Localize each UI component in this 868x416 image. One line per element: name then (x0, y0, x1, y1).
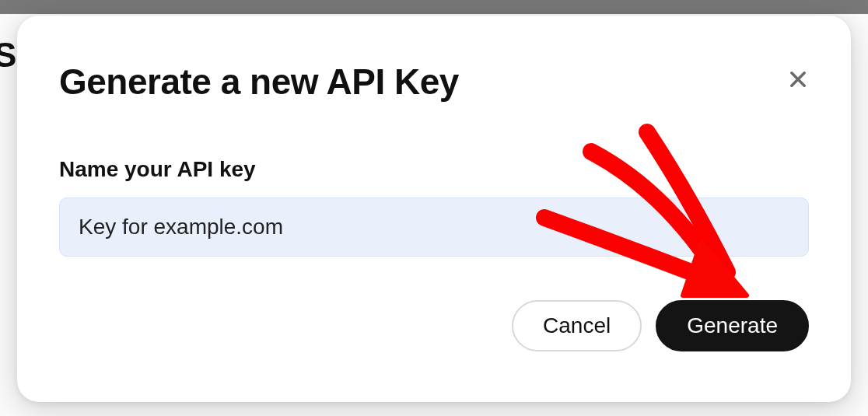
generate-button[interactable]: Generate (656, 300, 809, 351)
name-field-section: Name your API key (59, 157, 809, 257)
close-button[interactable] (782, 64, 814, 95)
cancel-button[interactable]: Cancel (512, 300, 642, 351)
modal-title: Generate a new API Key (59, 61, 459, 103)
modal-header: Generate a new API Key (59, 61, 809, 103)
background-partial-text: S (0, 36, 16, 75)
close-icon (787, 68, 809, 90)
modal-button-row: Cancel Generate (59, 300, 809, 351)
generate-api-key-modal: Generate a new API Key Name your API key… (17, 16, 851, 402)
api-key-name-input[interactable] (59, 198, 809, 257)
name-field-label: Name your API key (59, 157, 809, 182)
